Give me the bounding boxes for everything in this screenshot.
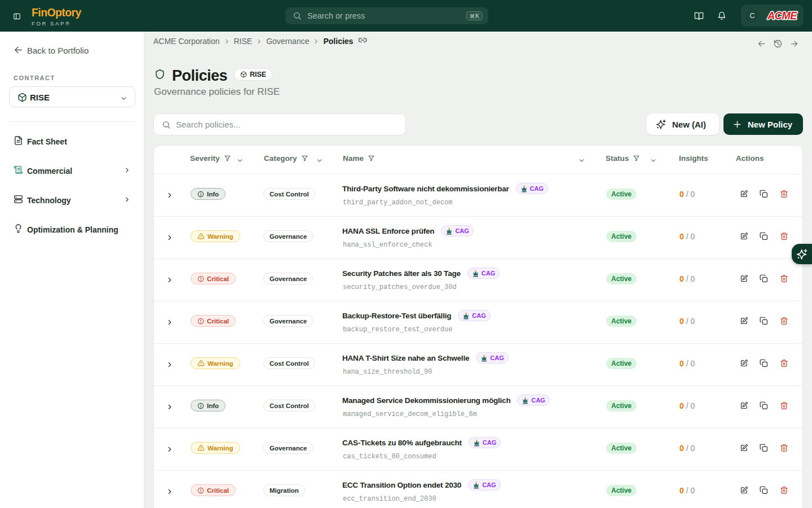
svg-text:ACME: ACME bbox=[767, 10, 798, 21]
